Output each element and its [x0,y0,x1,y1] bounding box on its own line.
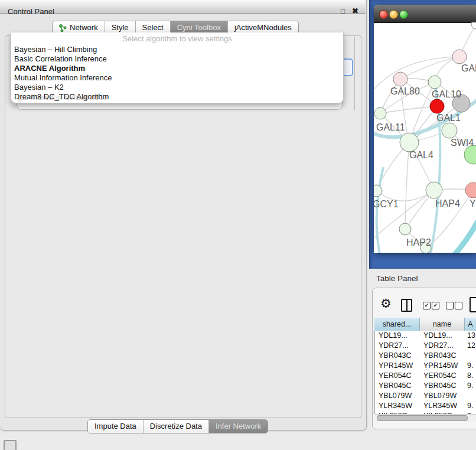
node-hap2[interactable] [399,223,411,235]
network-icon [59,24,67,32]
graph-node-labels: GAL80 GAL10 GAL1 GAL11 SWI4 GAL4 GCY1 HA… [374,63,476,247]
node-gcy1[interactable] [374,185,382,197]
node-gal11[interactable] [374,107,386,119]
window-minimize-button[interactable] [389,10,398,19]
restore-panel-icon[interactable] [4,440,17,450]
split-columns-icon[interactable] [401,299,412,312]
tab-discretize-data-label: Discretize Data [150,420,202,433]
cell-name: YDL19... [420,331,465,341]
cell-value: 9. [465,361,473,371]
select-all-icon-2[interactable]: ✓ [432,302,439,309]
tab-impute-data-label: Impute Data [94,420,136,433]
cell-shared-name: YPR145W [375,361,420,371]
node-gal1[interactable] [442,123,457,138]
table-row[interactable]: YBR045CYBR045C9. [375,381,476,391]
node-partial-top[interactable] [471,22,476,29]
algorithm-option-mutual-information[interactable]: Mutual Information Inference [11,73,343,83]
cell-shared-name: YDL19... [375,331,420,341]
label-y-partial: Y [470,198,476,208]
app-root: Control Panel □ ✖ Network Style Select C… [0,0,476,450]
table-row[interactable]: YER054CYER054C8. [375,371,476,381]
cell-name: YBL079W [420,391,465,401]
column-header-shared-name[interactable]: shared... [374,318,420,331]
label-gcy1: GCY1 [374,199,399,209]
cell-name: YER054C [420,371,465,381]
column-header-partial[interactable]: A [465,318,476,331]
cell-shared-name: YBR043C [375,351,420,361]
table-row[interactable]: YDL19...YDL19...13 [375,331,476,341]
label-gal10: GAL10 [432,89,461,99]
label-gal-partial: GAL [461,63,476,73]
algorithm-option-basic-correlation[interactable]: Basic Correlation Inference [11,54,343,64]
label-gal4: GAL4 [409,150,433,160]
cell-value: 12 [465,341,475,351]
file-icon[interactable] [470,297,476,312]
gear-icon[interactable]: ⚙ [380,297,392,309]
tab-infer-network-label: Infer Network [216,420,261,433]
algorithm-placeholder: Select algorithm to view settings [11,32,343,45]
label-swi4: SWI4 [451,138,474,148]
table-row[interactable]: YBR043CYBR043C [375,351,476,361]
node-y-partial[interactable] [465,182,476,198]
node-red-selected[interactable] [430,99,444,113]
node-hap4[interactable] [426,182,442,198]
control-panel-titlebar [0,0,366,14]
cell-name: YBR043C [420,351,465,361]
window-zoom-button[interactable] [399,10,408,19]
control-panel-title: Control Panel [8,7,54,16]
close-panel-icon[interactable]: ✖ [352,6,358,15]
label-gal11: GAL11 [376,122,405,132]
tab-impute-data[interactable]: Impute Data [88,420,144,433]
cell-value: 8. [465,371,473,381]
tab-discretize-data[interactable]: Discretize Data [144,420,209,433]
cell-shared-name: YBR045C [375,381,420,391]
network-graph-canvas[interactable]: GAL80 GAL10 GAL1 GAL11 SWI4 GAL4 GCY1 HA… [374,22,476,253]
table-row[interactable]: YLR345WYLR345W9. [375,401,476,411]
hidden-panel-border [354,37,355,110]
hidden-network-combo-text: gal filtered.sif default node [18,93,107,102]
cell-value: 9. [465,381,473,391]
table-row[interactable]: YDR27...YDR27...12 [375,341,476,351]
table-panel-title: Table Panel [376,274,418,283]
label-gal80: GAL80 [390,86,420,96]
cell-value: 9. [465,401,473,411]
node-gal10[interactable] [428,76,441,89]
cell-shared-name: YER054C [375,371,420,381]
tab-infer-network[interactable]: Infer Network [209,420,268,433]
cell-shared-name: YDR27... [375,341,420,351]
cell-name: YDR27... [420,341,465,351]
float-panel-icon[interactable]: □ [341,7,345,15]
algorithm-option-bayesian-hill-climbing[interactable]: Bayesian – Hill Climbing [11,45,343,54]
deselect-all-icon-2[interactable] [455,302,462,309]
cell-name: YLR345W [420,401,465,411]
cell-name: YBR045C [420,381,465,391]
cell-value: 13 [465,331,475,341]
table-horizontal-scrollbar-thumb[interactable] [377,415,468,421]
label-hap4: HAP4 [435,198,460,208]
column-header-name[interactable]: name [420,318,465,331]
label-hap2: HAP2 [406,237,431,247]
table-row[interactable]: YPR145WYPR145W9. [375,361,476,371]
deselect-all-icon[interactable] [446,302,454,309]
node-swi4[interactable] [464,145,476,164]
window-close-button[interactable] [379,10,388,19]
algorithm-option-bayesian-k2[interactable]: Bayesian – K2 [11,83,343,92]
bottom-tab-bar: Impute Data Discretize Data Infer Networ… [87,419,268,433]
table-row[interactable]: YBL079WYBL079W [375,391,476,401]
select-all-icon[interactable]: ✓ [423,302,431,309]
node-gal-partial[interactable] [452,50,467,64]
node-gal4[interactable] [400,133,419,152]
cell-shared-name: YBL079W [375,391,420,401]
cell-name: YPR145W [420,361,465,371]
label-gal1: GAL1 [436,113,461,123]
node-gal80[interactable] [393,72,407,86]
cell-shared-name: YLR345W [375,401,420,411]
algorithm-option-aracne[interactable]: ARACNE Algorithm [11,64,343,73]
